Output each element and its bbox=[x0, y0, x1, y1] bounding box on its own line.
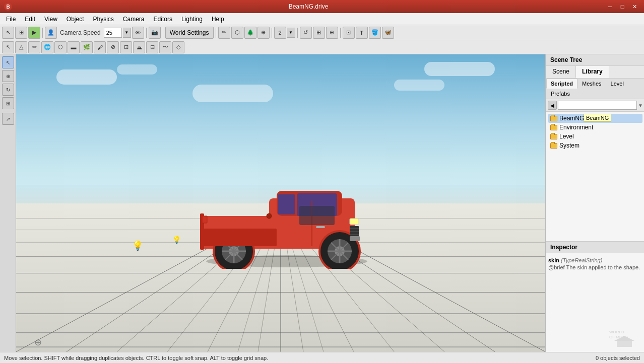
menu-file[interactable]: File bbox=[2, 15, 20, 24]
tb2-level[interactable]: ⊟ bbox=[146, 41, 158, 53]
statusbar-right: 0 objects selected bbox=[596, 355, 640, 361]
svg-rect-54 bbox=[350, 236, 360, 241]
titlebar: B BeamNG.drive ─ □ ✕ bbox=[0, 0, 644, 13]
tb-user-btn[interactable]: 👤 bbox=[45, 27, 57, 39]
tb2-shield[interactable]: ⬡ bbox=[54, 41, 67, 53]
sep3 bbox=[163, 28, 163, 38]
menu-object[interactable]: Object bbox=[62, 15, 88, 24]
tb-move-btn[interactable]: ⊕ bbox=[326, 27, 338, 39]
menu-edit[interactable]: Edit bbox=[21, 15, 39, 24]
lib-tab-prefabs[interactable]: Prefabs bbox=[546, 89, 574, 99]
search-down-icon: ▼ bbox=[638, 103, 643, 108]
tb2-terrain[interactable]: ⛰ bbox=[133, 41, 145, 53]
sep5 bbox=[272, 28, 272, 38]
tb2-globe[interactable]: 🌐 bbox=[41, 41, 53, 53]
tab-library[interactable]: Library bbox=[576, 66, 609, 78]
inspector-content: skin (TypeRealString) @brief The skin ap… bbox=[546, 253, 644, 352]
menu-editors[interactable]: Editors bbox=[150, 15, 176, 24]
tb2-rect[interactable]: ▬ bbox=[68, 41, 80, 53]
nav-back-btn[interactable]: ◀ bbox=[548, 101, 557, 110]
tab-scene[interactable]: Scene bbox=[546, 66, 576, 78]
minimize-button[interactable]: ─ bbox=[605, 2, 616, 12]
tb-camera-btn[interactable]: 📷 bbox=[149, 27, 161, 39]
tb2-brush[interactable]: 🖌 bbox=[94, 41, 106, 53]
tb-select-btn[interactable]: ↖ bbox=[2, 27, 14, 39]
tb-play-btn[interactable]: ▶ bbox=[28, 27, 40, 39]
lib-tab-scripted[interactable]: Scripted bbox=[546, 79, 577, 89]
tree-item-level[interactable]: Level bbox=[548, 132, 642, 141]
tree-content: BeamNG BeamNG Environment Level System bbox=[546, 112, 644, 241]
cloud3 bbox=[192, 85, 273, 102]
sep7 bbox=[340, 28, 341, 38]
menu-help[interactable]: Help bbox=[208, 15, 228, 24]
tb-wings-btn[interactable]: 🦋 bbox=[382, 27, 394, 39]
tb-preview-btn[interactable]: 👁 bbox=[132, 27, 144, 39]
tb2-arrow[interactable]: ↖ bbox=[2, 41, 14, 53]
tb-snap-num[interactable]: 2 bbox=[274, 27, 286, 39]
tb-terrain-btn[interactable]: ⬡ bbox=[231, 27, 243, 39]
lt-sep bbox=[3, 111, 13, 111]
scene-tabs: Scene Library bbox=[546, 66, 644, 79]
world-settings-button[interactable]: World Settings bbox=[165, 27, 214, 39]
close-button[interactable]: ✕ bbox=[629, 2, 640, 12]
lt-select[interactable]: ↖ bbox=[2, 56, 14, 68]
left-toolbar: ↖ ⊕ ↻ ⊞ ↗ bbox=[0, 54, 16, 352]
lt-rotate[interactable]: ↻ bbox=[2, 84, 14, 96]
svg-rect-55 bbox=[299, 206, 335, 225]
tb2-smooth[interactable]: 〜 bbox=[159, 41, 171, 53]
tb-scale-btn[interactable]: ⊞ bbox=[313, 27, 325, 39]
tb-paint-btn[interactable]: 🪣 bbox=[369, 27, 381, 39]
svg-rect-29 bbox=[278, 194, 295, 214]
wom-logo-svg: WORLD OF MODS bbox=[607, 323, 642, 348]
scene-tree-header: Scene Tree bbox=[546, 54, 644, 66]
tree-item-beamng[interactable]: BeamNG BeamNG bbox=[548, 114, 642, 123]
menu-lighting[interactable]: Lighting bbox=[177, 15, 207, 24]
marker2: 💡 bbox=[172, 236, 181, 244]
menu-view[interactable]: View bbox=[40, 15, 61, 24]
tb-text-btn[interactable]: T bbox=[356, 27, 368, 39]
snap-dropdown[interactable]: ▼ bbox=[287, 28, 295, 38]
svg-rect-56 bbox=[204, 229, 277, 246]
tree-item-system[interactable]: System bbox=[548, 141, 642, 150]
tb2-pencil[interactable]: ✏ bbox=[28, 41, 40, 53]
lib-tab-meshes[interactable]: Meshes bbox=[577, 79, 606, 89]
tb-nav-btn[interactable]: ⊕ bbox=[257, 27, 270, 39]
svg-text:WORLD: WORLD bbox=[609, 330, 624, 334]
tb2-diamond[interactable]: ◇ bbox=[172, 41, 184, 53]
axes-indicator: ⊕ bbox=[34, 337, 42, 348]
inspector-skin-desc: @brief The skin applied to the shape. bbox=[548, 264, 642, 270]
lib-tab-level[interactable]: Level bbox=[606, 79, 628, 89]
tb2-tree[interactable]: 🌿 bbox=[81, 41, 93, 53]
tree-item-environment-label: Environment bbox=[559, 124, 593, 131]
tree-item-beamng-label: BeamNG bbox=[559, 115, 584, 122]
viewport[interactable]: 💡 💡 ⊕ bbox=[16, 54, 545, 352]
folder-icon-beamng bbox=[550, 116, 557, 121]
restore-button[interactable]: □ bbox=[617, 2, 628, 12]
tb-grid-btn[interactable]: ⊞ bbox=[15, 27, 27, 39]
cloud2 bbox=[117, 64, 157, 75]
search-row: ◀ ▼ bbox=[546, 99, 644, 112]
lt-scale[interactable]: ⊞ bbox=[2, 97, 14, 109]
svg-rect-61 bbox=[617, 341, 632, 347]
tb-select2-btn[interactable]: ⊡ bbox=[343, 27, 355, 39]
menu-physics[interactable]: Physics bbox=[89, 15, 118, 24]
tb-brush-btn[interactable]: ✏ bbox=[218, 27, 230, 39]
app-title: BeamNG.drive bbox=[12, 3, 605, 10]
cloud4 bbox=[424, 62, 495, 76]
menu-camera[interactable]: Camera bbox=[119, 15, 149, 24]
tb2-eraser[interactable]: ⊘ bbox=[107, 41, 119, 53]
library-tabs: Scripted Meshes Level Prefabs bbox=[546, 79, 644, 99]
inspector-skin-row: skin (TypeRealString) bbox=[548, 257, 642, 263]
folder-icon-system bbox=[550, 143, 557, 149]
camera-speed-input[interactable] bbox=[104, 28, 122, 38]
lt-extra[interactable]: ↗ bbox=[2, 113, 14, 125]
camera-speed-dropdown[interactable]: ▼ bbox=[123, 28, 131, 38]
tb2-select3[interactable]: ⊡ bbox=[120, 41, 132, 53]
tb-rotate-btn[interactable]: ↺ bbox=[300, 27, 312, 39]
skin-type: (TypeRealString) bbox=[561, 257, 602, 263]
search-input[interactable] bbox=[558, 101, 637, 110]
lt-move[interactable]: ⊕ bbox=[2, 70, 14, 82]
tb2-tri[interactable]: △ bbox=[15, 41, 27, 53]
tb-tree-btn[interactable]: 🌲 bbox=[244, 27, 256, 39]
tree-item-environment[interactable]: Environment bbox=[548, 123, 642, 132]
